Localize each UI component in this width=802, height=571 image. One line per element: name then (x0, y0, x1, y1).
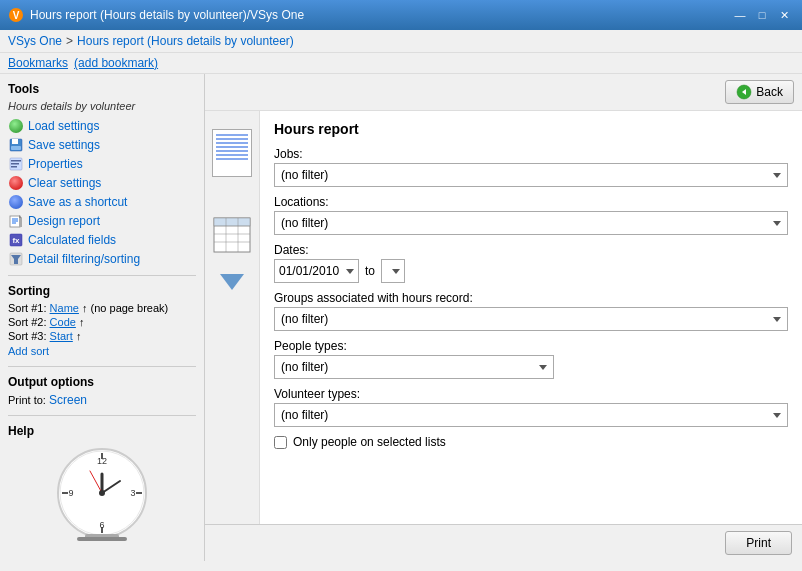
tools-section-title: Tools (8, 82, 196, 96)
right-top-bar: Back (205, 74, 802, 111)
locations-select[interactable]: (no filter) (274, 211, 788, 235)
jobs-select[interactable]: (no filter) (274, 163, 788, 187)
svg-rect-14 (19, 218, 22, 227)
people-types-label: People types: (274, 339, 788, 353)
save-shortcut-link[interactable]: Save as a shortcut (28, 195, 127, 209)
dates-group: Dates: 01/01/2010 to (274, 243, 788, 283)
load-settings-row: Load settings (8, 118, 196, 134)
save-settings-icon (8, 137, 24, 153)
breadcrumb: VSys One > Hours report (Hours details b… (0, 30, 802, 53)
minimize-button[interactable]: — (730, 5, 750, 25)
print-to-text: Print to: Screen (8, 393, 196, 407)
save-settings-link[interactable]: Save settings (28, 138, 100, 152)
clock-icon: 12 3 6 9 (55, 446, 150, 541)
output-divider (8, 415, 196, 416)
sort2-name-link[interactable]: Code (50, 316, 76, 328)
save-shortcut-row: Save as a shortcut (8, 194, 196, 210)
svg-rect-38 (214, 218, 250, 226)
sort3-extra: ↑ (76, 330, 82, 342)
svg-text:3: 3 (130, 488, 135, 498)
svg-rect-34 (77, 537, 127, 541)
sort3-name-link[interactable]: Start (50, 330, 73, 342)
svg-rect-6 (11, 160, 21, 162)
svg-text:V: V (13, 10, 20, 21)
design-report-row: Design report (8, 213, 196, 229)
green-circle-icon (9, 119, 23, 133)
report-title: Hours report (274, 121, 788, 137)
calculated-fields-icon: fx (8, 232, 24, 248)
detail-filtering-link[interactable]: Detail filtering/sorting (28, 252, 140, 266)
svg-rect-3 (12, 139, 18, 144)
only-people-label: Only people on selected lists (293, 435, 446, 449)
load-settings-icon (8, 118, 24, 134)
maximize-button[interactable]: □ (752, 5, 772, 25)
clear-settings-icon (8, 175, 24, 191)
bottom-bar: Print (205, 524, 802, 561)
load-settings-link[interactable]: Load settings (28, 119, 99, 133)
dates-label: Dates: (274, 243, 788, 257)
detail-filtering-icon (8, 251, 24, 267)
main-container: Tools Hours details by volunteer Load se… (0, 74, 802, 561)
svg-point-32 (99, 490, 105, 496)
breadcrumb-root[interactable]: VSys One (8, 34, 62, 48)
app-icon: V (8, 7, 24, 23)
breadcrumb-separator: > (66, 34, 73, 48)
groups-group: Groups associated with hours record: (no… (274, 291, 788, 331)
right-panel: Back (205, 74, 802, 561)
properties-link[interactable]: Properties (28, 157, 83, 171)
detail-filtering-row: Detail filtering/sorting (8, 251, 196, 267)
clear-settings-link[interactable]: Clear settings (28, 176, 101, 190)
people-types-group: People types: (no filter) (274, 339, 788, 379)
print-target-link[interactable]: Screen (49, 393, 87, 407)
bookmarks-link[interactable]: Bookmarks (8, 56, 68, 70)
back-button[interactable]: Back (725, 80, 794, 104)
date-from-select[interactable]: 01/01/2010 (274, 259, 359, 283)
dropdown-arrow-icon (220, 274, 244, 290)
svg-rect-8 (11, 166, 17, 168)
properties-row: Properties (8, 156, 196, 172)
save-settings-row: Save settings (8, 137, 196, 153)
people-types-select[interactable]: (no filter) (274, 355, 554, 379)
jobs-label: Jobs: (274, 147, 788, 161)
output-section-title: Output options (8, 375, 196, 389)
sort2-text: Sort #2: Code ↑ (8, 316, 196, 328)
bookmarks-bar: Bookmarks (add bookmark) (0, 53, 802, 74)
window-controls: — □ ✕ (730, 5, 794, 25)
volunteer-types-label: Volunteer types: (274, 387, 788, 401)
calculated-fields-row: fx Calculated fields (8, 232, 196, 248)
svg-marker-13 (19, 215, 22, 218)
breadcrumb-current[interactable]: Hours report (Hours details by volunteer… (77, 34, 294, 48)
left-panel: Tools Hours details by volunteer Load se… (0, 74, 205, 561)
table-icon (213, 217, 251, 256)
save-shortcut-icon (8, 194, 24, 210)
locations-group: Locations: (no filter) (274, 195, 788, 235)
design-report-link[interactable]: Design report (28, 214, 100, 228)
sort3-text: Sort #3: Start ↑ (8, 330, 196, 342)
volunteer-types-select[interactable]: (no filter) (274, 403, 788, 427)
close-button[interactable]: ✕ (774, 5, 794, 25)
only-people-checkbox[interactable] (274, 436, 287, 449)
print-button[interactable]: Print (725, 531, 792, 555)
volunteer-types-group: Volunteer types: (no filter) (274, 387, 788, 427)
help-section-title: Help (8, 424, 196, 438)
add-bookmark-link[interactable]: (add bookmark) (74, 56, 158, 70)
blue-arrow-icon (9, 195, 23, 209)
sort1-name-link[interactable]: Name (50, 302, 79, 314)
svg-text:12: 12 (96, 456, 106, 466)
sort1-text: Sort #1: Name ↑ (no page break) (8, 302, 196, 314)
add-sort-link[interactable]: Add sort (8, 345, 49, 357)
svg-text:9: 9 (68, 488, 73, 498)
date-to-select[interactable] (381, 259, 405, 283)
tools-subtitle: Hours details by volunteer (8, 100, 196, 112)
clock-area: 12 3 6 9 (8, 446, 196, 541)
svg-rect-7 (11, 163, 19, 165)
only-people-row: Only people on selected lists (274, 435, 788, 449)
svg-text:6: 6 (99, 520, 104, 530)
sort2-extra: ↑ (79, 316, 85, 328)
back-label: Back (756, 85, 783, 99)
calculated-fields-link[interactable]: Calculated fields (28, 233, 116, 247)
sorting-divider (8, 366, 196, 367)
title-bar-text: Hours report (Hours details by volunteer… (30, 8, 304, 22)
sort1-extra: ↑ (no page break) (82, 302, 168, 314)
groups-select[interactable]: (no filter) (274, 307, 788, 331)
